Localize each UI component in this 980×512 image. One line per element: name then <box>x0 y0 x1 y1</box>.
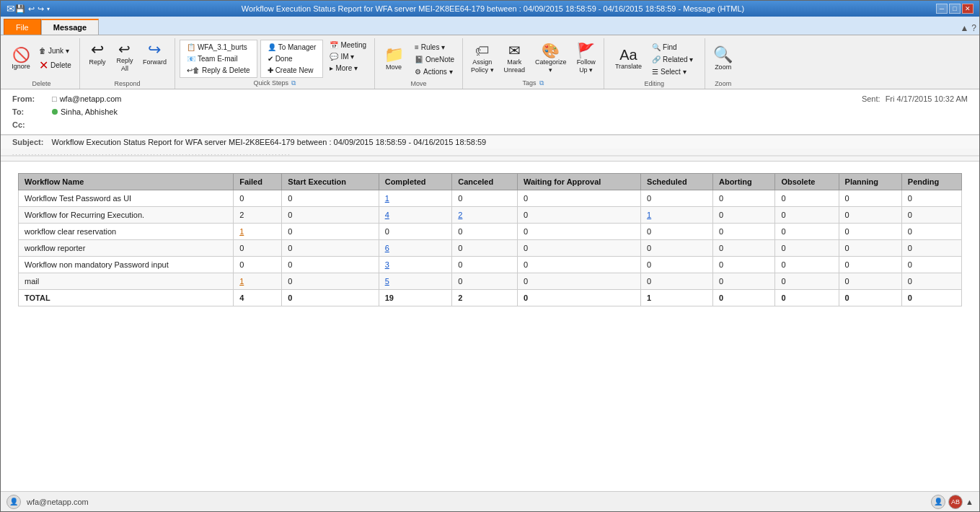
sent-info: Sent: Fri 4/17/2015 10:32 AM <box>862 94 968 103</box>
sender-indicator: □ <box>52 94 57 103</box>
tab-message[interactable]: Message <box>41 19 99 35</box>
ribbon-group-quick-steps: 📋 WFA_3.1_burts 📧 Team E-mail ↩🗑 Reply &… <box>175 38 375 89</box>
delete-button[interactable]: ✕ Delete <box>35 58 75 73</box>
qat-save[interactable]: 💾 <box>15 4 25 14</box>
cell-failed: 1 <box>234 224 282 240</box>
close-button[interactable]: ✕ <box>962 4 974 14</box>
cell-planning: 0 <box>839 273 901 290</box>
table-total-row: TOTAL40192010000 <box>19 290 962 306</box>
cell-planning: 0 <box>839 240 901 257</box>
cell-failed: 2 <box>234 207 282 224</box>
ignore-button[interactable]: 🚫 Ignore <box>8 45 34 73</box>
related-icon: 🔗 <box>652 56 661 63</box>
cell-scheduled: 1 <box>641 207 713 224</box>
team-email-button[interactable]: 📧 Team E-mail <box>183 53 254 64</box>
cell-pending: 0 <box>901 224 961 240</box>
expand-ribbon-icon[interactable]: ▲ <box>960 23 968 33</box>
assign-policy-button[interactable]: 🏷 AssignPolicy ▾ <box>467 41 498 76</box>
cell-name: workflow clear reservation <box>19 224 234 240</box>
ribbon-group-move: 📁 Move ≡ Rules ▾ 📓 OneNote ⚙ Actions ▾ <box>375 38 463 89</box>
ribbon-group-editing: Aa Translate 🔍 Find 🔗 Related ▾ ☰ Select… <box>604 38 705 89</box>
reply-button[interactable]: ↩ Reply <box>84 40 110 69</box>
recipient-status-dot <box>52 109 58 115</box>
actions-icon: ⚙ <box>415 68 421 76</box>
im-button[interactable]: 💬 IM ▾ <box>326 51 370 62</box>
move-button[interactable]: 📁 Move <box>379 45 408 74</box>
scroll-up-icon[interactable]: ▲ <box>966 498 974 506</box>
find-button[interactable]: 🔍 Find <box>648 42 697 53</box>
cell-waiting: 0 <box>517 273 640 290</box>
to-manager-button[interactable]: 👤 To Manager <box>264 42 320 53</box>
table-row: Workflow for Recurring Execution.2042010… <box>19 207 962 224</box>
forward-icon: ↪ <box>148 42 161 58</box>
ribbon-tab-bar: File Message ▲ ? <box>1 17 979 35</box>
workflow-table: Workflow Name Failed Start Execution Com… <box>18 173 962 306</box>
cell-canceled: 0 <box>452 190 518 207</box>
cell-scheduled: 0 <box>641 240 713 257</box>
ruler: // We'll just draw a static ruler approx… <box>1 149 979 162</box>
translate-button[interactable]: Aa Translate <box>612 45 645 73</box>
junk-button[interactable]: 🗑 Junk ▾ <box>35 45 75 56</box>
create-new-button[interactable]: ✚ Create New <box>264 65 320 76</box>
minimize-button[interactable]: ─ <box>936 4 948 14</box>
cell-name: Workflow Test Password as UI <box>19 190 234 207</box>
meeting-icon: 📅 <box>330 41 338 49</box>
cell-scheduled: 0 <box>641 190 713 207</box>
team-email-icon: 📧 <box>187 55 195 63</box>
zoom-button[interactable]: 🔍 Zoom <box>710 45 736 74</box>
cell-pending: 0 <box>901 240 961 257</box>
cell-failed: 0 <box>234 257 282 273</box>
tab-file[interactable]: File <box>4 19 41 35</box>
status-avatar-left: 👤 <box>6 495 21 509</box>
col-header-pending: Pending <box>901 174 961 190</box>
actions-button[interactable]: ⚙ Actions ▾ <box>411 66 458 77</box>
reply-delete-icon: ↩🗑 <box>187 66 200 74</box>
mark-unread-button[interactable]: ✉ MarkUnread <box>500 41 529 76</box>
done-icon: ✔ <box>268 55 273 63</box>
reply-delete-button[interactable]: ↩🗑 Reply & Delete <box>183 65 254 76</box>
more-button[interactable]: ▸ More ▾ <box>326 63 370 74</box>
ribbon: 🚫 Ignore 🗑 Junk ▾ ✕ Delete Delete <box>1 35 979 89</box>
email-body-content: Workflow Name Failed Start Execution Com… <box>1 162 979 318</box>
total-cell-planning: 0 <box>839 290 901 306</box>
categorize-button[interactable]: 🎨 Categorize▾ <box>531 41 570 76</box>
quick-steps-expand-icon[interactable]: ⧉ <box>291 79 296 87</box>
meeting-button[interactable]: 📅 Meeting <box>326 40 370 50</box>
reply-all-button[interactable]: ↩ ReplyAll <box>112 40 138 75</box>
col-header-waiting: Waiting for Approval <box>517 174 640 190</box>
cell-planning: 0 <box>839 190 901 207</box>
qat-redo[interactable]: ↪ <box>37 4 44 14</box>
rules-button[interactable]: ≡ Rules ▾ <box>411 42 458 53</box>
follow-up-button[interactable]: 🚩 FollowUp ▾ <box>573 41 599 76</box>
cell-canceled: 0 <box>452 257 518 273</box>
cell-completed: 1 <box>379 190 452 207</box>
maximize-button[interactable]: □ <box>949 4 961 14</box>
junk-icon: 🗑 <box>39 47 46 55</box>
cell-waiting: 0 <box>517 257 640 273</box>
status-avatar-right1: 👤 <box>931 495 945 509</box>
col-header-start: Start Execution <box>282 174 379 190</box>
cell-canceled: 0 <box>452 240 518 257</box>
help-icon[interactable]: ? <box>971 23 976 33</box>
cell-failed: 0 <box>234 190 282 207</box>
related-button[interactable]: 🔗 Related ▾ <box>648 54 697 65</box>
from-value: wfa@netapp.com <box>60 94 122 103</box>
cell-start: 0 <box>282 207 379 224</box>
onenote-button[interactable]: 📓 OneNote <box>411 54 458 65</box>
window-title: Workflow Execution Status Report for WFA… <box>50 4 936 13</box>
email-body: Workflow Name Failed Start Execution Com… <box>1 162 979 491</box>
cell-scheduled: 0 <box>641 273 713 290</box>
move-icon: 📁 <box>384 47 404 63</box>
cell-scheduled: 0 <box>641 224 713 240</box>
cell-completed: 5 <box>379 273 452 290</box>
wfa31-button[interactable]: 📋 WFA_3.1_burts <box>183 42 254 53</box>
done-button[interactable]: ✔ Done <box>264 53 320 64</box>
cell-aborting: 0 <box>712 257 774 273</box>
wfa31-icon: 📋 <box>187 43 195 51</box>
tags-expand-icon[interactable]: ⧉ <box>539 79 544 87</box>
forward-button[interactable]: ↪ Forward <box>139 40 170 69</box>
qat-undo[interactable]: ↩ <box>28 4 35 14</box>
cell-obsolete: 0 <box>775 190 839 207</box>
title-bar: ✉ 💾 ↩ ↪ ▾ Workflow Execution Status Repo… <box>1 1 979 17</box>
select-button[interactable]: ☰ Select ▾ <box>648 66 697 77</box>
